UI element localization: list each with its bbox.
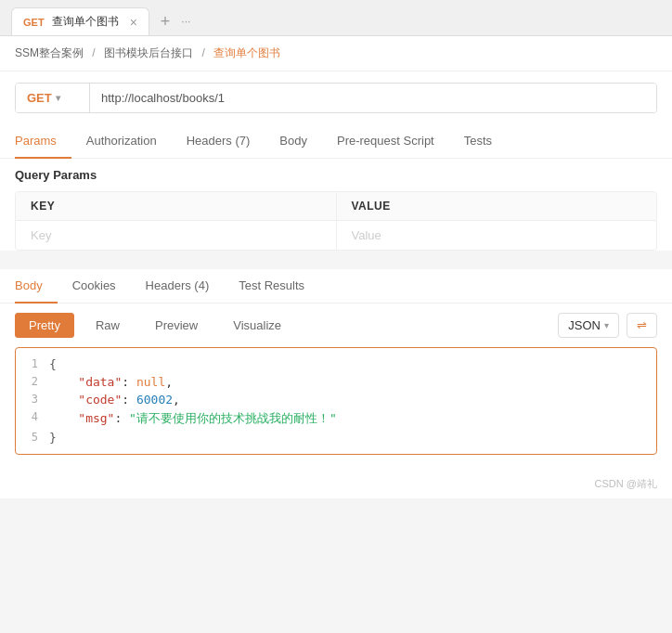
url-input[interactable]: [90, 84, 656, 112]
tab-title: 查询单个图书: [52, 14, 119, 30]
response-toolbar: Pretty Raw Preview Visualize JSON ▾ ⇌: [0, 304, 672, 347]
breadcrumb-item-1[interactable]: SSM整合案例: [15, 46, 84, 59]
line-num-2: 2: [16, 375, 49, 388]
section-spacer: [0, 251, 672, 269]
method-label: GET: [27, 91, 52, 105]
format-tab-raw[interactable]: Raw: [82, 313, 134, 338]
request-tabs: Params Authorization Headers (7) Body Pr…: [0, 124, 672, 159]
params-table: KEY VALUE Key Value: [15, 191, 657, 251]
json-line-2: 2 "data": null,: [16, 373, 656, 391]
tab-body[interactable]: Body: [265, 124, 322, 159]
json-response-body: 1 { 2 "data": null, 3 "code": 60002, 4: [15, 347, 657, 455]
query-params-title: Query Params: [0, 159, 672, 191]
format-select-chevron-icon: ▾: [604, 320, 609, 330]
resp-tab-test-results[interactable]: Test Results: [224, 269, 319, 304]
json-line-5: 5 }: [16, 429, 656, 446]
more-tabs-button[interactable]: ···: [181, 15, 190, 28]
tab-params[interactable]: Params: [15, 124, 71, 159]
main-content: SSM整合案例 / 图书模块后台接口 / 查询单个图书 GET ▾ Params…: [0, 36, 672, 251]
breadcrumb: SSM整合案例 / 图书模块后台接口 / 查询单个图书: [0, 36, 672, 71]
params-table-row: Key Value: [16, 221, 656, 250]
new-tab-button[interactable]: +: [153, 8, 178, 35]
json-lines: 1 { 2 "data": null, 3 "code": 60002, 4: [16, 348, 656, 454]
close-tab-button[interactable]: ×: [130, 15, 137, 30]
params-table-header: KEY VALUE: [16, 192, 656, 221]
watermark: CSDN @靖礼: [0, 470, 672, 498]
key-input-cell[interactable]: Key: [16, 221, 337, 250]
key-placeholder: Key: [31, 228, 51, 242]
wrap-button[interactable]: ⇌: [627, 313, 657, 338]
line-content-4: "msg": "请不要使用你的技术挑战我的耐性！": [49, 410, 337, 427]
value-placeholder: Value: [352, 228, 381, 242]
resp-tab-headers[interactable]: Headers (4): [131, 269, 225, 304]
line-content-1: {: [49, 357, 57, 371]
tab-tests[interactable]: Tests: [449, 124, 507, 159]
response-section: Body Cookies Headers (4) Test Results Pr…: [0, 269, 672, 498]
json-line-3: 3 "code": 60002,: [16, 391, 656, 408]
tab-authorization[interactable]: Authorization: [71, 124, 172, 159]
tab-bar: GET 查询单个图书 × + ···: [11, 7, 661, 35]
breadcrumb-current: 查询单个图书: [213, 46, 280, 59]
url-bar: GET ▾: [15, 83, 657, 113]
line-num-3: 3: [16, 393, 49, 406]
tab-pre-request[interactable]: Pre-request Script: [322, 124, 449, 159]
line-content-2: "data": null,: [49, 375, 173, 389]
method-chevron-icon: ▾: [56, 93, 60, 103]
json-line-4: 4 "msg": "请不要使用你的技术挑战我的耐性！": [16, 408, 656, 429]
format-select[interactable]: JSON ▾: [558, 313, 619, 338]
format-select-label: JSON: [568, 318, 601, 332]
method-select[interactable]: GET ▾: [16, 84, 90, 112]
line-num-1: 1: [16, 357, 49, 370]
response-tabs: Body Cookies Headers (4) Test Results: [0, 269, 672, 304]
resp-tab-body[interactable]: Body: [15, 269, 58, 304]
col-value-header: VALUE: [337, 192, 657, 220]
value-input-cell[interactable]: Value: [337, 221, 657, 250]
json-line-1: 1 {: [16, 355, 656, 373]
format-tab-visualize[interactable]: Visualize: [219, 313, 295, 338]
browser-chrome: GET 查询单个图书 × + ···: [0, 0, 672, 36]
tab-headers[interactable]: Headers (7): [172, 124, 265, 159]
tab-method-badge: GET: [23, 17, 45, 28]
line-num-4: 4: [16, 410, 49, 423]
format-tab-preview[interactable]: Preview: [141, 313, 212, 338]
breadcrumb-sep-1: /: [92, 46, 95, 59]
line-content-5: }: [49, 431, 57, 445]
resp-tab-cookies[interactable]: Cookies: [58, 269, 131, 304]
wrap-icon: ⇌: [637, 318, 647, 332]
format-tab-pretty[interactable]: Pretty: [15, 313, 74, 338]
line-num-5: 5: [16, 431, 49, 444]
active-tab[interactable]: GET 查询单个图书 ×: [11, 7, 149, 35]
breadcrumb-item-2[interactable]: 图书模块后台接口: [104, 46, 193, 59]
col-key-header: KEY: [16, 192, 337, 220]
line-content-3: "code": 60002,: [49, 393, 180, 407]
breadcrumb-sep-2: /: [201, 46, 204, 59]
